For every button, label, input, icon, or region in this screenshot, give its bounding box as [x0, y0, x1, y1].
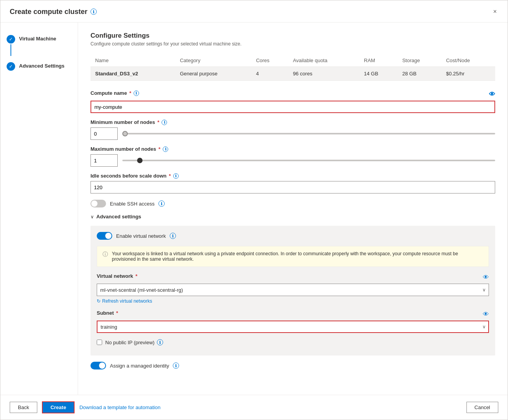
- warning-text: Your workspace is linked to a virtual ne…: [112, 251, 483, 262]
- ssh-toggle[interactable]: [90, 200, 106, 207]
- required-star-min: *: [157, 119, 159, 125]
- back-button[interactable]: Back: [10, 402, 37, 413]
- compute-name-input[interactable]: [90, 101, 495, 113]
- required-star-subnet: *: [116, 310, 118, 316]
- warning-icon: ⓘ: [103, 251, 108, 262]
- min-nodes-info-icon[interactable]: ℹ: [162, 120, 167, 125]
- identity-toggle-label: Assign a managed identity: [110, 363, 169, 369]
- dialog-title-info-icon[interactable]: ℹ: [90, 9, 97, 15]
- vnet-toggle-label: Enable virtual network: [116, 233, 166, 239]
- compute-name-eye-icon[interactable]: 👁: [489, 91, 495, 98]
- dialog-title: Create compute cluster: [10, 8, 87, 16]
- col-storage: Storage: [398, 54, 442, 67]
- sidebar-step-1-label: Virtual Machine: [19, 35, 56, 42]
- warning-box: ⓘ Your workspace is linked to a virtual …: [97, 246, 489, 267]
- compute-name-group: Compute name * ℹ 👁: [90, 90, 495, 113]
- required-star-vnet: *: [136, 273, 137, 279]
- vnet-field-group: Virtual network * 👁 ml-vnet-scentral (ml…: [97, 273, 489, 304]
- col-cost: Cost/Node: [441, 54, 495, 67]
- subnet-eye-icon[interactable]: 👁: [483, 311, 489, 318]
- row-name: Standard_DS3_v2: [90, 67, 175, 81]
- vnet-eye-icon[interactable]: 👁: [483, 274, 489, 281]
- compute-name-info-icon[interactable]: ℹ: [134, 91, 139, 96]
- check-icon-1: ✓: [9, 37, 13, 42]
- vnet-info-icon[interactable]: ℹ: [170, 233, 176, 239]
- advanced-settings-header[interactable]: ∨ Advanced settings: [90, 214, 495, 220]
- max-nodes-info-icon[interactable]: ℹ: [163, 146, 168, 152]
- ssh-toggle-knob: [91, 200, 97, 207]
- max-nodes-input[interactable]: [90, 154, 118, 167]
- no-public-ip-row: No public IP (preview) ℹ: [97, 339, 489, 345]
- no-public-ip-info-icon[interactable]: ℹ: [157, 339, 163, 345]
- close-button[interactable]: ×: [492, 7, 498, 17]
- identity-toggle-row: Assign a managed identity ℹ: [90, 362, 495, 369]
- max-nodes-slider-track[interactable]: [122, 160, 495, 161]
- vnet-dropdown-wrapper: ml-vnet-scentral (ml-vnet-scentral-rg) ∨: [97, 284, 489, 296]
- check-icon-2: ✓: [9, 64, 13, 69]
- min-nodes-group: Minimum number of nodes * ℹ: [90, 119, 495, 140]
- compute-name-input-wrapper: [90, 101, 495, 113]
- row-cost: $0.25/hr: [441, 67, 495, 81]
- subnet-dropdown[interactable]: training: [97, 321, 489, 333]
- step-indicator-1: ✓: [7, 35, 15, 56]
- row-storage: 28 GB: [398, 67, 442, 81]
- required-star-compute: *: [129, 90, 131, 96]
- min-nodes-label: Minimum number of nodes * ℹ: [90, 119, 495, 125]
- min-nodes-slider-thumb[interactable]: [122, 131, 128, 136]
- idle-seconds-input[interactable]: [90, 181, 495, 193]
- sidebar-step-virtual-machine[interactable]: ✓ Virtual Machine: [0, 32, 78, 59]
- sidebar-step-2-label: Advanced Settings: [19, 62, 64, 69]
- subnet-header-row: Subnet * 👁: [97, 310, 489, 318]
- table-row[interactable]: Standard_DS3_v2 General purpose 4 96 cor…: [90, 67, 495, 81]
- no-public-ip-checkbox[interactable]: [97, 340, 102, 345]
- section-title: Configure Settings: [90, 32, 495, 40]
- subnet-label: Subnet *: [97, 310, 118, 316]
- dialog-body: ✓ Virtual Machine ✓ Advanced Settings Co…: [0, 23, 508, 395]
- max-nodes-slider-thumb[interactable]: [137, 158, 143, 163]
- refresh-networks-label: Refresh virtual networks: [102, 298, 152, 304]
- col-name: Name: [90, 54, 175, 67]
- min-nodes-slider-track[interactable]: [122, 133, 495, 134]
- min-nodes-input[interactable]: [90, 127, 118, 140]
- compute-name-header: Compute name * ℹ 👁: [90, 90, 495, 98]
- col-cores: Cores: [251, 54, 288, 67]
- identity-toggle[interactable]: [90, 362, 106, 369]
- create-compute-cluster-dialog: Create compute cluster ℹ × ✓ Virtual Mac…: [0, 0, 508, 420]
- max-nodes-row: [90, 154, 495, 167]
- required-star-idle: *: [169, 173, 171, 179]
- max-nodes-label: Maximum number of nodes * ℹ: [90, 146, 495, 152]
- create-button[interactable]: Create: [42, 401, 75, 413]
- vnet-label: Virtual network *: [97, 273, 137, 279]
- dialog-header: Create compute cluster ℹ ×: [0, 0, 508, 23]
- advanced-settings-label: Advanced settings: [96, 214, 141, 220]
- row-category: General purpose: [175, 67, 251, 81]
- chevron-down-icon: ∨: [90, 214, 94, 220]
- step-line-1: [10, 44, 11, 56]
- idle-seconds-label: Idle seconds before scale down * ℹ: [90, 173, 495, 179]
- idle-seconds-info-icon[interactable]: ℹ: [173, 173, 179, 179]
- step-indicator-2: ✓: [7, 62, 15, 71]
- identity-info-icon[interactable]: ℹ: [173, 362, 179, 369]
- vnet-toggle-knob: [105, 233, 111, 239]
- sidebar-step-advanced-settings[interactable]: ✓ Advanced Settings: [0, 59, 78, 74]
- min-nodes-row: [90, 127, 495, 140]
- ssh-info-icon[interactable]: ℹ: [158, 200, 165, 207]
- refresh-icon: ↻: [97, 298, 101, 304]
- step-circle-1: ✓: [7, 35, 15, 44]
- refresh-networks-link[interactable]: ↻ Refresh virtual networks: [97, 298, 489, 304]
- vnet-toggle[interactable]: [97, 232, 112, 240]
- main-content: Configure Settings Configure compute clu…: [78, 23, 508, 395]
- vnet-dropdown[interactable]: ml-vnet-scentral (ml-vnet-scentral-rg): [97, 284, 489, 296]
- subnet-dropdown-wrapper: training ∨: [97, 321, 489, 333]
- sidebar: ✓ Virtual Machine ✓ Advanced Settings: [0, 23, 78, 395]
- step-circle-2: ✓: [7, 62, 15, 71]
- idle-seconds-group: Idle seconds before scale down * ℹ: [90, 173, 495, 193]
- subnet-field-group: Subnet * 👁 training ∨: [97, 310, 489, 333]
- cancel-button[interactable]: Cancel: [466, 402, 498, 413]
- col-ram: RAM: [359, 54, 398, 67]
- identity-toggle-knob: [99, 362, 105, 369]
- download-template-link[interactable]: Download a template for automation: [79, 404, 160, 410]
- dialog-footer: Back Create Download a template for auto…: [0, 395, 508, 420]
- section-subtitle: Configure compute cluster settings for y…: [90, 41, 495, 47]
- vnet-toggle-row: Enable virtual network ℹ: [97, 232, 489, 240]
